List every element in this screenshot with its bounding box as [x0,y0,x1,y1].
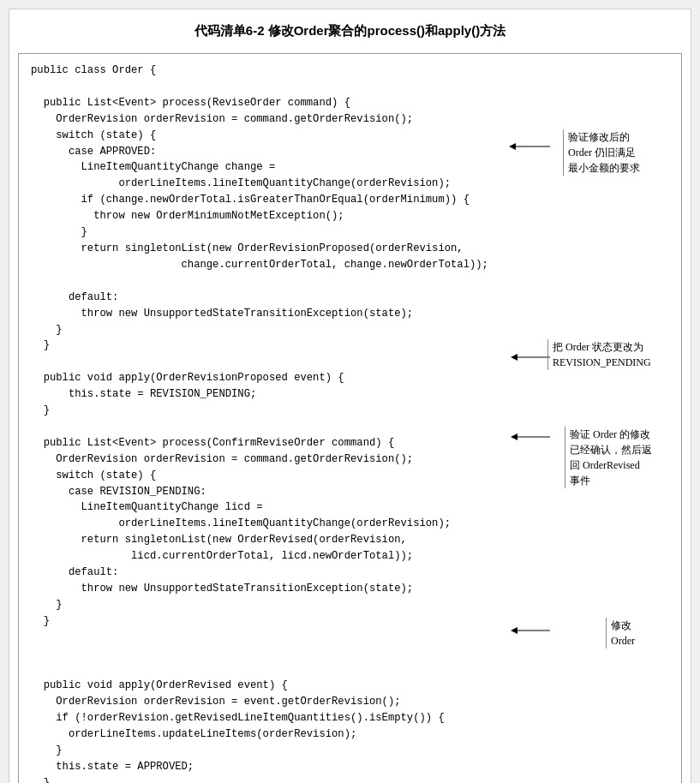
annotation-3: 验证 Order 的修改 已经确认，然后返 回 OrderRevised 事件 [565,427,674,488]
code-wrapper: public class Order { public List<Event> … [18,53,682,783]
page-container: 代码清单6-2 修改Order聚合的process()和apply()方法 pu… [9,9,691,783]
annotation-2: 把 Order 状态更改为 REVISION_PENDING [547,339,674,370]
page-title: 代码清单6-2 修改Order聚合的process()和apply()方法 [9,18,691,45]
annotation-1: 验证修改后的 Order 仍旧满足 最小金额的要求 [563,129,674,176]
code-border-box: public class Order { public List<Event> … [18,53,682,783]
annotation-4: 修改 Order [606,618,674,649]
